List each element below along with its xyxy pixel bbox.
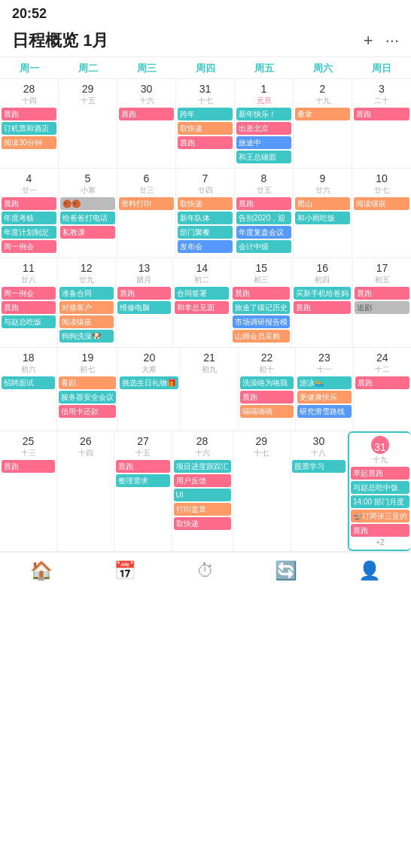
event-item[interactable]: 告别2020，迎	[236, 212, 291, 224]
event-item[interactable]: 挑选生日礼物🎁	[120, 376, 178, 389]
day-cell-5[interactable]: 5小寒🏀🏀给爸爸打电话私教课	[59, 169, 117, 257]
day-cell-23[interactable]: 23十一游泳🏊更健康快乐研究滑雪路线	[296, 348, 353, 431]
event-item[interactable]: 买新手机给爸妈	[294, 287, 351, 300]
event-item[interactable]: 年度复盘会议	[236, 226, 291, 239]
event-item[interactable]: 和小雨吃饭	[295, 212, 350, 224]
event-item[interactable]: 跨年	[178, 108, 233, 120]
event-item[interactable]: 私教课	[60, 226, 115, 239]
day-cell-31[interactable]: 31十七跨年取快递晨跑	[176, 79, 235, 168]
event-item[interactable]: 取快递	[178, 122, 233, 135]
day-cell-29[interactable]: 29十七	[233, 431, 291, 551]
event-item[interactable]: 服务器安全会议	[59, 391, 116, 404]
event-item[interactable]: 周一例会	[2, 287, 56, 300]
event-item[interactable]: 市场调研报告模	[233, 315, 290, 328]
event-item[interactable]: 与赵总吃饭	[2, 315, 56, 328]
event-item[interactable]: 阅读镶嵌	[354, 197, 409, 210]
nav-item-home[interactable]: 🏠	[30, 560, 53, 581]
day-cell-20[interactable]: 20大寒挑选生日礼物🎁	[118, 348, 181, 431]
event-item[interactable]: 嗝嗝嘀嘀	[240, 405, 294, 418]
day-cell-9[interactable]: 9廿六爬山和小雨吃饭	[294, 169, 352, 257]
event-item[interactable]: 研究滑雪路线	[297, 405, 351, 418]
day-cell-28[interactable]: 28十六项目进度跟踪汇用户反馈UI打印盖章取快递	[172, 431, 233, 551]
event-item[interactable]: 会计中级	[236, 240, 291, 253]
event-item[interactable]: 14:00 部门月度	[351, 495, 409, 508]
event-item[interactable]: 晨跑	[351, 524, 409, 537]
event-item[interactable]: 桑拿	[295, 108, 350, 120]
day-cell-12[interactable]: 12廿九准备合同对接客户阅读镶嵌狗狗洗澡🐶	[58, 258, 116, 347]
event-item[interactable]: 山姆会员采购	[233, 330, 290, 343]
day-cell-15[interactable]: 15初三晨跑旅途了镶记历史市场调研报告模山姆会员采购	[231, 258, 292, 347]
event-item[interactable]: 部门聚餐	[178, 226, 233, 239]
day-cell-29[interactable]: 29十五	[59, 79, 117, 168]
day-cell-16[interactable]: 16初四买新手机给爸妈晨跑	[292, 258, 353, 347]
event-item[interactable]: 晨跑	[355, 376, 409, 389]
event-item[interactable]: 晨跑	[236, 197, 291, 210]
day-cell-30[interactable]: 30十八股票学习	[291, 431, 348, 551]
event-item[interactable]: 看剧	[59, 376, 116, 389]
event-item[interactable]: 维修电脑	[117, 301, 172, 314]
event-item[interactable]: 晨跑	[233, 287, 290, 300]
event-item[interactable]: 晨跑	[2, 301, 56, 314]
day-cell-31[interactable]: 31十九早起晨跑与赵总吃中饭14:00 部门月度🛫订两张三亚的晨跑+2	[348, 431, 411, 551]
nav-item-refresh[interactable]: 🔄	[275, 560, 297, 581]
event-item[interactable]: 对接客户	[59, 301, 114, 314]
day-cell-10[interactable]: 10廿七阅读镶嵌	[352, 169, 411, 257]
event-item[interactable]: 给爸爸打电话	[60, 212, 115, 224]
event-item[interactable]: 晨跑	[2, 460, 55, 473]
event-item[interactable]: 合同签署	[175, 287, 229, 300]
event-item[interactable]: 早起晨跑	[351, 467, 409, 480]
day-cell-2[interactable]: 2十九桑拿	[294, 79, 352, 168]
event-item[interactable]: 打印盖章	[174, 503, 231, 516]
day-cell-1[interactable]: 1元旦新年快乐！出差北京旅途中和王总碰面	[235, 79, 294, 168]
event-item[interactable]: 追剧	[355, 301, 409, 314]
event-item[interactable]: 洗澡咯为咯我	[240, 376, 294, 389]
event-item[interactable]: 取快递	[174, 517, 231, 530]
event-item[interactable]: 晨跑	[116, 460, 169, 473]
event-item[interactable]: 晨跑	[355, 287, 409, 300]
event-item[interactable]: 爬山	[295, 197, 350, 210]
event-item[interactable]: 晨跑	[178, 136, 233, 149]
day-cell-28[interactable]: 28十四晨跑订机票和酒店阅读30分钟	[0, 79, 59, 168]
event-item[interactable]: 晨跑	[240, 391, 294, 404]
day-cell-11[interactable]: 11廿八周一例会晨跑与赵总吃饭	[0, 258, 58, 347]
day-cell-13[interactable]: 13腊月晨跑维修电脑	[116, 258, 174, 347]
event-item[interactable]: 晨跑	[119, 108, 174, 120]
event-item[interactable]: 新年快乐！	[236, 108, 291, 120]
day-cell-17[interactable]: 17初五晨跑追剧	[353, 258, 411, 347]
event-item[interactable]: 准备合同	[59, 287, 114, 300]
event-item[interactable]: 招聘面试	[2, 376, 55, 389]
event-item[interactable]: 晨跑	[2, 108, 56, 120]
event-item[interactable]: 🏀🏀	[60, 197, 115, 210]
day-cell-19[interactable]: 19初七看剧服务器安全会议信用卡还款	[57, 348, 118, 431]
event-item[interactable]: 🛫订两张三亚的	[351, 510, 409, 522]
more-button[interactable]: ···	[385, 31, 399, 50]
day-cell-27[interactable]: 27十五晨跑整理需求	[114, 431, 172, 551]
event-item[interactable]: 年度计划制定	[2, 226, 56, 239]
nav-item-calendar[interactable]: 📅	[114, 560, 136, 581]
event-item[interactable]: 阅读30分钟	[2, 136, 56, 149]
event-item[interactable]: UI	[174, 489, 231, 501]
event-item[interactable]: 和王总碰面	[236, 151, 291, 163]
event-item[interactable]: 取快递	[178, 197, 233, 210]
event-item[interactable]: 项目进度跟踪汇	[174, 460, 231, 473]
event-item[interactable]: 晨跑	[294, 301, 351, 314]
event-item[interactable]: 与赵总吃中饭	[351, 481, 409, 494]
day-cell-8[interactable]: 8廿五晨跑告别2020，迎年度复盘会议会计中级	[235, 169, 294, 257]
day-cell-4[interactable]: 4廿一晨跑年度考核年度计划制定周一例会	[0, 169, 59, 257]
event-item[interactable]: 更健康快乐	[297, 391, 351, 404]
event-item[interactable]: 资料打印	[119, 197, 174, 210]
event-item[interactable]: 游泳🏊	[297, 376, 351, 389]
event-item[interactable]: 新年队体	[178, 212, 233, 224]
event-item[interactable]: 晨跑	[2, 197, 56, 210]
event-item[interactable]: 晨跑	[354, 108, 409, 120]
event-item[interactable]: 旅途了镶记历史	[233, 301, 290, 314]
day-cell-7[interactable]: 7廿四取快递新年队体部门聚餐发布会	[176, 169, 235, 257]
day-cell-6[interactable]: 6廿三资料打印	[117, 169, 176, 257]
day-cell-14[interactable]: 14初二合同签署和李总见面	[173, 258, 231, 347]
event-item[interactable]: 信用卡还款	[59, 405, 116, 418]
day-cell-24[interactable]: 24十二晨跑	[354, 348, 411, 431]
day-cell-18[interactable]: 18初六招聘面试	[0, 348, 57, 431]
event-item[interactable]: 狗狗洗澡🐶	[59, 330, 114, 343]
event-item[interactable]: 晨跑	[117, 287, 172, 300]
nav-item-profile[interactable]: 👤	[358, 560, 381, 581]
